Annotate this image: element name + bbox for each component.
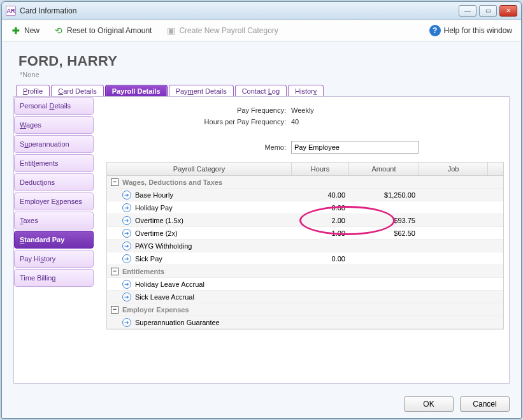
cell-hours[interactable]: 1.00 bbox=[292, 228, 349, 238]
cell-amount[interactable] bbox=[349, 296, 419, 298]
cell-amount[interactable]: $62.50 bbox=[349, 228, 419, 238]
hours-per-freq-value: 40 bbox=[291, 118, 299, 126]
content-box: Personal DetailsWagesSuperannuationEntit… bbox=[13, 96, 510, 384]
cell-amount[interactable] bbox=[349, 283, 419, 286]
cell-amount[interactable]: $1,250.00 bbox=[349, 190, 419, 200]
arrow-right-icon[interactable]: ➔ bbox=[122, 229, 131, 238]
cell-job[interactable] bbox=[419, 219, 488, 222]
arrow-right-icon[interactable]: ➔ bbox=[122, 242, 131, 250]
cell-hours[interactable] bbox=[292, 245, 349, 247]
cell-job[interactable] bbox=[419, 283, 488, 286]
footer: OK Cancel bbox=[2, 390, 521, 418]
cell-hours[interactable] bbox=[292, 321, 349, 324]
table-row[interactable]: ➔Overtime (1.5x)2.00$93.75 bbox=[107, 214, 503, 227]
new-category-button[interactable]: ▣ Create New Payroll Category bbox=[163, 24, 280, 38]
cell-amount[interactable] bbox=[349, 206, 419, 209]
arrow-right-icon[interactable]: ➔ bbox=[122, 203, 131, 212]
sidetab-6[interactable]: Taxes bbox=[14, 212, 94, 229]
collapse-icon[interactable]: − bbox=[111, 306, 118, 314]
new-label: New bbox=[24, 26, 39, 35]
cancel-button[interactable]: Cancel bbox=[460, 396, 510, 412]
sidetab-7[interactable]: Standard Pay bbox=[14, 231, 94, 249]
section-header[interactable]: −Employer Expenses bbox=[107, 303, 503, 316]
sidetab-8[interactable]: Pay History bbox=[14, 250, 94, 268]
table-row[interactable]: ➔Sick Leave Accrual bbox=[107, 291, 503, 303]
cell-hours[interactable]: 2.00 bbox=[292, 215, 349, 226]
reset-label: Reset to Original Amount bbox=[67, 26, 152, 35]
newcat-label: Create New Payroll Category bbox=[179, 26, 278, 35]
cell-hours[interactable]: 0.00 bbox=[292, 254, 349, 264]
table-row[interactable]: ➔Holiday Leave Accrual bbox=[107, 278, 503, 291]
reset-button[interactable]: ⟲ Reset to Original Amount bbox=[51, 24, 154, 38]
main: FORD, HARRY *None ProfileCard DetailsPay… bbox=[2, 41, 521, 390]
sidetab-2[interactable]: Superannuation bbox=[14, 135, 94, 153]
cell-job[interactable] bbox=[419, 257, 488, 260]
titlebar: AR Card Information — ▭ ✕ bbox=[2, 2, 521, 20]
cell-job[interactable] bbox=[419, 206, 488, 209]
cell-hours[interactable]: 40.00 bbox=[292, 190, 349, 200]
table-row[interactable]: ➔PAYG Withholding bbox=[107, 240, 503, 252]
sidetabs: Personal DetailsWagesSuperannuationEntit… bbox=[14, 97, 94, 383]
cell-category: ➔Overtime (2x) bbox=[107, 228, 292, 239]
cell-hours[interactable]: 0.00 bbox=[292, 203, 349, 213]
pay-frequency-label: Pay Frequency: bbox=[106, 106, 291, 114]
table-row[interactable]: ➔Holiday Pay0.00 bbox=[107, 201, 503, 214]
sidetab-0[interactable]: Personal Details bbox=[14, 97, 94, 115]
sidetab-1[interactable]: Wages bbox=[14, 116, 94, 134]
collapse-icon[interactable]: − bbox=[111, 178, 118, 186]
cell-job[interactable] bbox=[419, 232, 488, 235]
col-job: Job bbox=[419, 163, 488, 175]
cell-job[interactable] bbox=[419, 296, 488, 298]
memo-label: Memo: bbox=[106, 143, 291, 151]
help-button[interactable]: ? Help for this window bbox=[427, 23, 515, 38]
memo-input[interactable] bbox=[291, 141, 419, 154]
payroll-table: Payroll Category Hours Amount Job −Wages… bbox=[106, 162, 504, 329]
table-row[interactable]: ➔Superannuation Guarantee bbox=[107, 316, 503, 329]
toptab-3[interactable]: Payment Details bbox=[169, 85, 234, 97]
table-row[interactable]: ➔Base Hourly40.00$1,250.00 bbox=[107, 189, 503, 201]
toptab-1[interactable]: Card Details bbox=[51, 85, 104, 97]
section-header[interactable]: −Entitlements bbox=[107, 265, 503, 278]
toptabs: ProfileCard DetailsPayroll DetailsPaymen… bbox=[13, 85, 510, 97]
collapse-icon[interactable]: − bbox=[111, 268, 118, 275]
cell-job[interactable] bbox=[419, 194, 488, 196]
cell-category: ➔Sick Pay bbox=[107, 253, 292, 264]
cell-job[interactable] bbox=[419, 321, 488, 324]
cell-amount[interactable]: $93.75 bbox=[349, 215, 419, 226]
sidetab-9[interactable]: Time Billing bbox=[14, 269, 94, 287]
help-label: Help for this window bbox=[444, 26, 512, 35]
col-category: Payroll Category bbox=[107, 163, 292, 175]
cell-amount[interactable] bbox=[349, 245, 419, 247]
cell-hours[interactable] bbox=[292, 296, 349, 298]
sidetab-4[interactable]: Deductions bbox=[14, 173, 94, 191]
employee-name: FORD, HARRY bbox=[18, 53, 510, 69]
toptab-0[interactable]: Profile bbox=[16, 85, 50, 97]
arrow-right-icon[interactable]: ➔ bbox=[122, 254, 131, 263]
cell-category: ➔Overtime (1.5x) bbox=[107, 215, 292, 226]
toptab-5[interactable]: History bbox=[288, 85, 324, 97]
new-button[interactable]: ✚ New bbox=[8, 24, 42, 38]
maximize-button[interactable]: ▭ bbox=[479, 5, 497, 17]
toptab-4[interactable]: Contact Log bbox=[235, 85, 287, 97]
minimize-button[interactable]: — bbox=[459, 5, 476, 17]
ok-button[interactable]: OK bbox=[404, 396, 454, 412]
cell-amount[interactable] bbox=[349, 257, 419, 260]
cell-hours[interactable] bbox=[292, 283, 349, 286]
table-row[interactable]: ➔Overtime (2x)1.00$62.50 bbox=[107, 227, 503, 240]
cell-category: ➔Base Hourly bbox=[107, 189, 292, 201]
table-row[interactable]: ➔Sick Pay0.00 bbox=[107, 252, 503, 265]
arrow-right-icon[interactable]: ➔ bbox=[122, 191, 131, 199]
sidetab-3[interactable]: Entitlements bbox=[14, 154, 94, 172]
close-button[interactable]: ✕ bbox=[499, 5, 517, 17]
arrow-right-icon[interactable]: ➔ bbox=[122, 216, 131, 225]
arrow-right-icon[interactable]: ➔ bbox=[122, 318, 131, 327]
hours-per-freq-label: Hours per Pay Frequency: bbox=[106, 118, 291, 126]
cell-amount[interactable] bbox=[349, 321, 419, 324]
arrow-right-icon[interactable]: ➔ bbox=[122, 280, 131, 289]
arrow-right-icon[interactable]: ➔ bbox=[122, 293, 131, 301]
pay-frequency-value: Weekly bbox=[291, 106, 314, 114]
cell-job[interactable] bbox=[419, 245, 488, 247]
toptab-2[interactable]: Payroll Details bbox=[105, 85, 168, 97]
sidetab-5[interactable]: Employer Expenses bbox=[14, 192, 94, 210]
section-header[interactable]: −Wages, Deductions and Taxes bbox=[107, 176, 503, 189]
